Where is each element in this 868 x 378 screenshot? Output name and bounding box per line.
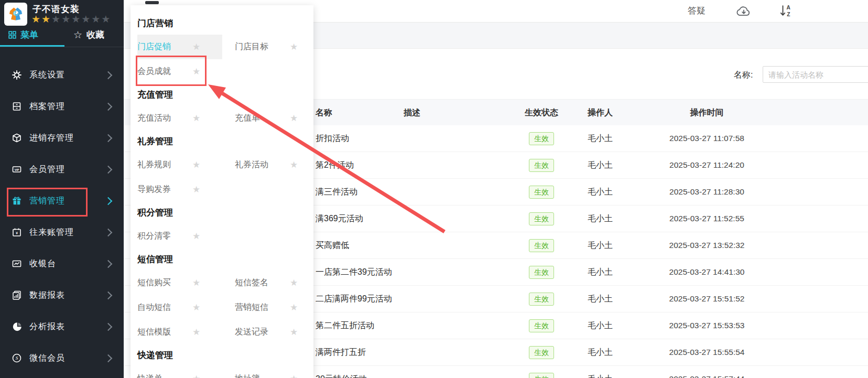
star-outline-icon [73,29,82,41]
cell-time: 2025-03-27 11:28:30 [653,179,761,205]
status-badge: 生效 [529,212,554,225]
flyout-item-store-promotion[interactable]: 门店促销 [137,35,222,59]
inventory-cube-icon [11,132,23,144]
cell-operator: 毛小土 [563,312,637,339]
favorite-star-icon[interactable] [290,277,298,288]
cell-time: 2025-03-27 15:53:53 [653,312,761,339]
favorite-star-icon[interactable] [290,302,298,313]
status-badge: 生效 [529,132,554,145]
sidebar-item-members[interactable]: VIP 会员管理 [0,154,124,185]
flyout-item-auto-sms[interactable]: 自动短信 [137,295,222,320]
favorite-star-icon[interactable] [192,113,200,124]
star-icon [61,14,71,25]
chevron-right-icon [104,197,113,205]
chevron-right-icon [104,291,113,299]
sidebar-item-cashier[interactable]: 收银台 [0,248,124,279]
sidebar-item-data-reports[interactable]: 数据报表 [0,279,124,311]
grid-icon [8,31,16,39]
sidebar-menu: 系统设置 档案管理 进销存管理 VIP 会员管理 营销管理 ¥ 往来账管理 [0,59,124,374]
flyout-item-coupon-rules[interactable]: 礼券规则 [137,153,222,177]
tab-favorites[interactable]: 收藏 [73,29,104,41]
cell-operator: 毛小土 [563,339,637,365]
favorite-star-icon[interactable] [290,373,298,378]
flyout-item-label: 导购发券 [137,184,192,195]
flyout-item-recharge-activity[interactable]: 充值活动 [137,106,222,131]
flyout-item-label: 发送记录 [235,327,290,338]
favorite-star-icon[interactable] [192,184,200,195]
sidebar-item-wechat-members[interactable]: S 微信会员 [0,342,124,374]
sidebar-item-system-settings[interactable]: 系统设置 [0,59,124,91]
flyout-item-label: 门店目标 [235,41,290,52]
settings-icon [11,69,23,81]
flyout-section-title: 快递管理 [131,344,313,366]
sidebar-item-label: 系统设置 [29,70,65,81]
col-operator: 操作人 [563,100,637,126]
cell-time: 2025-03-27 11:52:55 [653,206,761,232]
flyout-item-label: 短信签名 [235,277,290,288]
flyout-section-title: 积分管理 [131,202,313,224]
favorite-star-icon[interactable] [290,113,298,124]
cell-name: 折扣活动 [316,125,349,152]
favorite-star-icon[interactable] [192,66,200,77]
flyout-item-marketing-sms[interactable]: 营销短信 [235,295,313,320]
flyout-section-items: 礼券规则 礼券活动 导购发券 [131,153,313,202]
favorite-star-icon[interactable] [192,159,200,170]
favorite-star-icon[interactable] [290,159,298,170]
cell-name: 二店满两件99元活动 [316,286,392,312]
sidebar-item-analysis-reports[interactable]: 分析报表 [0,311,124,342]
flyout-item-recharge-order[interactable]: 充值单 [235,106,313,131]
cell-name: 30元特价活动 [316,366,367,378]
qa-link[interactable]: 答疑 [688,5,706,17]
flyout-item-sms-signature[interactable]: 短信签名 [235,271,313,295]
favorite-star-icon[interactable] [192,41,200,52]
status-badge: 生效 [529,293,554,306]
ledger-calendar-icon: ¥ [11,226,23,238]
data-report-icon [11,289,23,301]
sidebar-item-inventory[interactable]: 进销存管理 [0,122,124,154]
favorite-star-icon[interactable] [290,327,298,338]
cell-time: 2025-03-27 15:51:52 [653,286,761,312]
hamburger-icon[interactable] [145,1,159,4]
sidebar-item-label: 往来账管理 [29,227,74,238]
favorite-star-icon[interactable] [192,277,200,288]
vip-icon: VIP [11,164,23,175]
activity-name-input[interactable] [763,66,868,83]
flyout-item-store-target[interactable]: 门店目标 [235,35,313,59]
col-name: 名称 [316,100,332,126]
favorite-star-icon[interactable] [192,373,200,378]
favorite-star-icon[interactable] [192,327,200,338]
chevron-right-icon [104,71,113,79]
flyout-item-sms-purchase[interactable]: 短信购买 [137,271,222,295]
flyout-item-points-reset[interactable]: 积分清零 [137,224,222,249]
cell-time: 2025-03-27 14:41:30 [653,259,761,285]
favorite-star-icon[interactable] [192,302,200,313]
flyout-item-label: 短信购买 [137,277,192,288]
flyout-item-coupon-activity[interactable]: 礼券活动 [235,153,313,177]
favorite-star-icon[interactable] [192,231,200,242]
cloud-download-icon[interactable] [736,4,752,20]
wechat-member-icon: S [11,352,23,364]
sort-az-icon[interactable]: A Z [779,4,794,20]
status-badge: 生效 [529,159,554,172]
flyout-item-address-book[interactable]: 地址簿 [235,366,313,378]
flyout-item-label: 积分清零 [137,231,192,242]
flyout-item-sms-template[interactable]: 短信模版 [137,320,222,344]
tab-menu-label: 菜单 [20,29,38,41]
flyout-item-guide-coupon[interactable]: 导购发券 [137,177,222,202]
sidebar-item-marketing[interactable]: 营销管理 [0,185,124,217]
flyout-item-member-achievement[interactable]: 会员成就 [137,59,222,84]
cell-name: 满三件活动 [316,179,357,205]
sidebar-item-archive[interactable]: 档案管理 [0,91,124,122]
status-badge: 生效 [529,346,554,359]
tab-menu[interactable]: 菜单 [8,29,38,41]
status-badge: 生效 [529,239,554,252]
flyout-section-title: 礼券管理 [131,131,313,153]
sidebar-item-label: 营销管理 [29,196,65,207]
flyout-item-send-records[interactable]: 发送记录 [235,320,313,344]
star-icon [31,14,41,25]
cell-name: 一店第二件39元活动 [316,259,392,285]
sidebar-item-accounts[interactable]: ¥ 往来账管理 [0,217,124,248]
flyout-item-express-order[interactable]: 快递单 [137,366,222,378]
star-icon [41,14,51,25]
favorite-star-icon[interactable] [290,41,298,52]
